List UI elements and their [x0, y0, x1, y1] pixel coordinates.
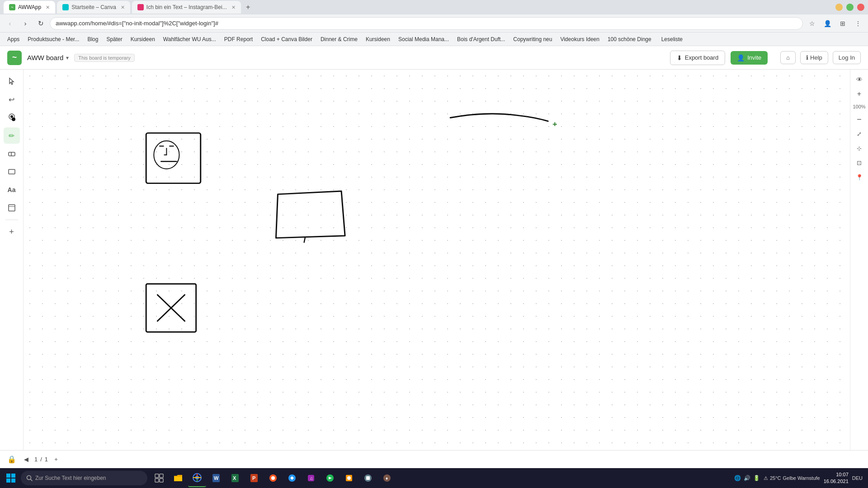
app6[interactable] — [264, 469, 282, 487]
word-icon: W — [212, 474, 221, 483]
profile-icon[interactable]: 👤 — [821, 17, 834, 30]
fit-button[interactable]: ⊡ — [853, 156, 866, 169]
text-tool[interactable]: Aa — [4, 182, 20, 198]
bookmark-blog[interactable]: Blog — [84, 35, 102, 44]
chrome-app[interactable] — [188, 469, 206, 487]
bookmark-kursideen1[interactable]: Kursideen — [127, 35, 159, 44]
reload-button[interactable]: ↻ — [34, 17, 47, 30]
home-button[interactable]: ⌂ — [780, 51, 796, 64]
powerpoint-app[interactable]: P — [245, 469, 263, 487]
settings-icon[interactable]: ⋮ — [852, 17, 864, 30]
app11-icon — [363, 474, 373, 483]
forward-button[interactable]: › — [19, 17, 32, 30]
taskbar-search-bar[interactable]: Zur Suche Text hier eingeben — [21, 471, 147, 485]
file-explorer-app[interactable] — [169, 469, 187, 487]
weather-icon: ⚠ — [764, 475, 768, 481]
taskbar: Zur Suche Text hier eingeben — [0, 468, 868, 488]
eraser-tool[interactable] — [4, 145, 20, 162]
close-button[interactable] — [857, 4, 864, 11]
app9[interactable] — [321, 469, 339, 487]
svg-rect-21 — [11, 474, 15, 478]
bookmark-videokurs[interactable]: Videokurs Ideen — [557, 35, 603, 44]
drawing-canvas: + — [24, 70, 850, 450]
export-button[interactable]: ⬇ Export board — [670, 51, 725, 65]
address-bar[interactable]: awwapp.com/home/#dis=["no-init-modal"]%2… — [50, 17, 803, 30]
help-button[interactable]: ℹ Help — [800, 51, 828, 64]
page-prev-button[interactable]: ◀ — [21, 454, 32, 465]
zoom-out-button[interactable]: − — [853, 113, 866, 126]
bookmark-social[interactable]: Social Media Mana... — [395, 35, 453, 44]
add-element-button[interactable]: + — [853, 88, 866, 100]
zoom-value-label: 100% — [853, 104, 865, 109]
svg-point-2 — [12, 117, 15, 121]
expand-button[interactable]: ⤢ — [853, 127, 866, 140]
bookmark-star-icon[interactable]: ☆ — [806, 17, 818, 30]
bookmark-spaeter[interactable]: Später — [103, 35, 126, 44]
tool-separator — [5, 220, 18, 220]
svg-rect-6 — [9, 205, 15, 211]
maximize-button[interactable] — [846, 4, 854, 11]
minimize-button[interactable] — [835, 4, 843, 11]
eye-button[interactable]: 👁 — [853, 73, 866, 86]
select-tool[interactable] — [4, 73, 20, 89]
app8[interactable]: ♫ — [302, 469, 320, 487]
bookmark-produktsuche[interactable]: Produktsuche - Mer... — [24, 35, 83, 44]
tab-canva-close[interactable]: ✕ — [121, 5, 125, 10]
svg-point-14 — [154, 141, 179, 169]
svg-text:P: P — [252, 475, 255, 481]
bookmark-kursideen2[interactable]: Kursideen — [362, 35, 394, 44]
app12[interactable]: ♦ — [378, 469, 396, 487]
app-header: ~ AWW board ▾ This board is temporary ⬇ … — [0, 46, 868, 70]
page-navigation: ◀ 1 / 1 + — [21, 454, 61, 465]
new-tab-button[interactable]: + — [243, 2, 254, 13]
bookmark-cload[interactable]: Cload + Canva Bilder — [257, 35, 316, 44]
word-app[interactable]: W — [207, 469, 225, 487]
tab-instagram-close[interactable]: ✕ — [231, 5, 236, 10]
bookmark-bois[interactable]: Bois d'Argent Duft... — [453, 35, 509, 44]
color-picker-tool[interactable] — [4, 109, 20, 126]
tab-awwapp-close[interactable]: ✕ — [46, 5, 50, 10]
windows-start-button[interactable] — [2, 469, 20, 487]
taskview-button[interactable] — [150, 469, 168, 487]
taskbar-search-text: Zur Suche Text hier eingeben — [35, 475, 106, 481]
shape-tool[interactable] — [4, 164, 20, 180]
undo-tool[interactable]: ↩ — [4, 91, 20, 108]
app10[interactable] — [340, 469, 358, 487]
pen-tool[interactable]: ✏ — [4, 127, 20, 144]
tab-instagram[interactable]: Ich bin ein Text – Instagram-Bei... ✕ — [132, 1, 241, 14]
color-picker-icon — [7, 113, 16, 122]
bookmark-wahlfaecher[interactable]: Wahlfächer WU Aus... — [160, 35, 220, 44]
app7[interactable] — [283, 469, 301, 487]
svg-rect-27 — [160, 474, 163, 478]
move-button[interactable]: ⊹ — [853, 142, 866, 155]
lock-button[interactable]: 🔒 — [7, 455, 16, 464]
extensions-icon[interactable]: ⊞ — [836, 17, 849, 30]
excel-app[interactable]: X — [226, 469, 244, 487]
canvas-area[interactable]: + — [24, 70, 850, 450]
bookmark-apps[interactable]: Apps — [4, 35, 23, 44]
back-button[interactable]: ‹ — [4, 17, 16, 30]
invite-button[interactable]: 👤 Invite — [731, 51, 768, 65]
bookmark-copywriting[interactable]: Copywriting neu — [509, 35, 556, 44]
board-name: AWW board — [27, 54, 63, 61]
tab-canva[interactable]: Startseite – Canva ✕ — [57, 1, 130, 14]
svg-rect-23 — [11, 479, 15, 483]
svg-line-25 — [31, 479, 33, 481]
board-dropdown-arrow: ▾ — [66, 55, 69, 61]
add-tool[interactable]: + — [4, 224, 20, 240]
login-button[interactable]: Log In — [833, 51, 861, 64]
pin-button[interactable]: 📍 — [853, 171, 866, 183]
tab-awwapp[interactable]: ~ AWWApp ✕ — [4, 1, 55, 14]
bookmark-pdf[interactable]: PDF Report — [221, 35, 256, 44]
bookmark-apps-label: Apps — [7, 36, 19, 42]
bookmark-leseliste[interactable]: Leseliste — [658, 35, 686, 44]
app-logo[interactable]: ~ — [7, 51, 22, 65]
bookmark-blog-label: Blog — [87, 36, 98, 42]
svg-rect-29 — [160, 479, 163, 482]
sticky-note-tool[interactable] — [4, 200, 20, 216]
bookmark-dinner[interactable]: Dinner & Crime — [317, 35, 361, 44]
board-name-area[interactable]: AWW board ▾ — [27, 54, 69, 61]
page-add-button[interactable]: + — [51, 454, 61, 465]
bookmark-100dinge[interactable]: 100 schöne Dinge — [604, 35, 655, 44]
app11[interactable] — [359, 469, 377, 487]
